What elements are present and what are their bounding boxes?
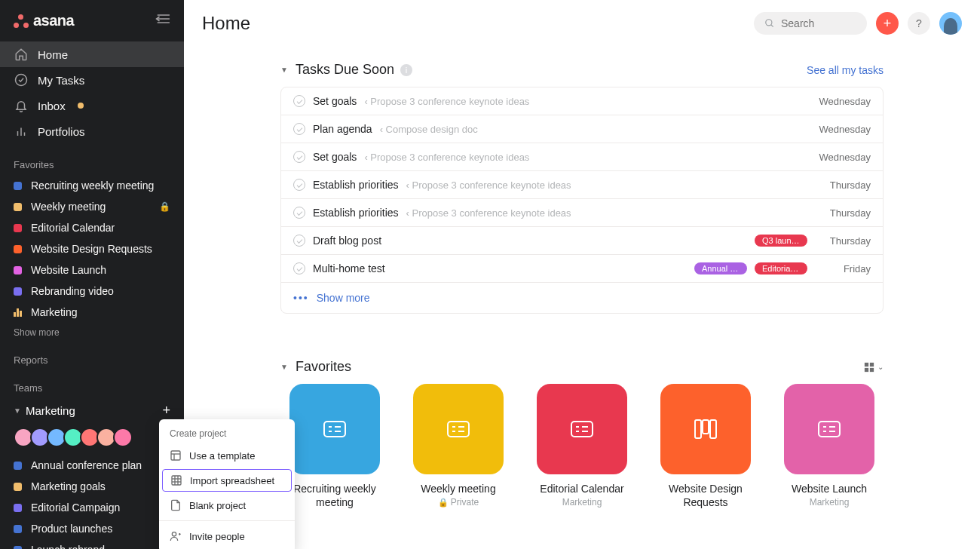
sidebar-item-website-launch[interactable]: Website Launch [0, 259, 184, 281]
sidebar-collapse-icon[interactable] [155, 13, 170, 29]
task-row[interactable]: Draft blog post Q3 launc… Thursday [281, 227, 883, 255]
favorite-card-website-launch[interactable]: Website Launch Marketing [775, 384, 884, 509]
nav-item-portfolios[interactable]: Portfolios [0, 118, 184, 144]
project-pill[interactable]: Q3 launc… [755, 235, 807, 247]
task-row[interactable]: Establish priorities Propose 3 conferenc… [281, 199, 883, 227]
menu-item-use-a-template[interactable]: Use a template [159, 443, 295, 468]
task-title: Plan agenda [313, 123, 372, 135]
sidebar-item-editorial-calendar[interactable]: Editorial Calendar [0, 217, 184, 238]
spreadsheet-icon [170, 474, 182, 486]
svg-point-7 [766, 20, 772, 26]
complete-checkbox[interactable] [293, 179, 305, 191]
task-row[interactable]: Establish priorities Propose 3 conferenc… [281, 171, 883, 199]
team-project-launch-rebrand[interactable]: Launch rebrand [0, 539, 184, 549]
caret-down-icon[interactable]: ▼ [280, 66, 288, 74]
sidebar-item-label: Editorial Campaign [31, 501, 120, 514]
svg-rect-30 [710, 420, 716, 438]
view-toggle[interactable]: ⌄ [864, 362, 884, 373]
task-due-date: Friday [815, 263, 871, 274]
project-pill[interactable]: Annual c… [694, 262, 747, 274]
sidebar-item-website-design-requests[interactable]: Website Design Requests [0, 238, 184, 259]
nav-item-my-tasks[interactable]: My Tasks [0, 67, 184, 93]
help-button[interactable]: ? [908, 12, 930, 35]
info-icon[interactable]: i [400, 64, 412, 76]
team-member-avatar[interactable] [113, 428, 133, 447]
complete-checkbox[interactable] [293, 235, 305, 247]
project-color-dot [14, 224, 22, 232]
project-color-dot [14, 483, 22, 491]
team-project-annual-conference-plan[interactable]: Annual conference plan [0, 455, 184, 476]
reports-heading[interactable]: Reports [0, 342, 184, 370]
task-row[interactable]: Multi-home test Annual c…Editorial … Fri… [281, 255, 883, 283]
omnibutton-add[interactable]: + [876, 12, 899, 35]
person-add-icon [170, 530, 182, 542]
nav-label: Portfolios [38, 125, 85, 138]
show-more-button[interactable]: Show more [317, 292, 370, 304]
favorite-card-editorial-calendar[interactable]: Editorial Calendar Marketing [528, 384, 636, 509]
add-team-project-button[interactable]: + [162, 403, 170, 419]
sidebar-item-label: Recruiting weekly meeting [31, 179, 154, 192]
project-color-dot [14, 525, 22, 533]
search-input[interactable] [781, 17, 849, 29]
menu-item-label: Invite people [189, 531, 245, 542]
menu-item-blank-project[interactable]: Blank project [159, 493, 295, 517]
nav-label: My Tasks [38, 74, 84, 87]
project-color-dot [14, 287, 22, 296]
team-avatars[interactable] [0, 423, 184, 455]
sidebar-item-rebranding-video[interactable]: Rebranding video [0, 281, 184, 302]
logo[interactable]: asana [14, 12, 74, 29]
svg-rect-39 [172, 476, 181, 485]
sidebar-item-weekly-meeting[interactable]: Weekly meeting🔒 [0, 196, 184, 217]
sidebar-item-recruiting-weekly-meeting[interactable]: Recruiting weekly meeting [0, 175, 184, 196]
search-box[interactable] [754, 12, 867, 35]
complete-checkbox[interactable] [293, 95, 305, 107]
template-icon [170, 449, 182, 462]
bars-icon [14, 124, 29, 138]
favorite-card-website-design-requests[interactable]: Website Design Requests [651, 384, 760, 509]
menu-item-invite-people[interactable]: Invite people [159, 524, 295, 548]
team-name: Marketing [26, 404, 163, 417]
complete-checkbox[interactable] [293, 151, 305, 163]
favorites-cards: Recruiting weekly meeting Weekly meeting… [280, 384, 884, 509]
menu-item-import-spreadsheet[interactable]: Import spreadsheet [162, 469, 292, 492]
task-row[interactable]: Set goals Propose 3 conference keynote i… [281, 87, 883, 115]
nav-label: Home [38, 48, 68, 61]
sidebar-item-marketing[interactable]: Marketing [0, 302, 184, 323]
task-title: Establish priorities [313, 207, 399, 219]
lock-icon: 🔒 [159, 201, 170, 212]
complete-checkbox[interactable] [293, 123, 305, 135]
task-row[interactable]: Plan agenda Compose design doc Wednesday [281, 115, 883, 143]
project-pill[interactable]: Editorial … [755, 262, 807, 274]
project-color-dot [14, 462, 22, 470]
team-toggle[interactable]: ▼ Marketing + [0, 398, 184, 423]
card-tile [289, 384, 380, 474]
team-project-product-launches[interactable]: Product launches [0, 518, 184, 539]
sidebar-item-label: Website Design Requests [31, 243, 152, 255]
complete-checkbox[interactable] [293, 262, 305, 274]
nav-item-inbox[interactable]: Inbox [0, 93, 184, 118]
task-parent: Propose 3 conference keynote ideas [364, 152, 529, 163]
nav-label: Inbox [38, 100, 66, 112]
team-project-editorial-campaign[interactable]: Editorial Campaign [0, 497, 184, 518]
more-icon[interactable]: ••• [293, 292, 309, 304]
project-color-dot [14, 245, 22, 253]
card-title: Weekly meeting [421, 482, 495, 495]
lock-icon: 🔒 [438, 498, 449, 507]
sidebar-item-label: Marketing goals [31, 480, 106, 492]
complete-checkbox[interactable] [293, 207, 305, 219]
teams-heading: Teams [0, 370, 184, 398]
favorite-card-recruiting-weekly-meeting[interactable]: Recruiting weekly meeting [280, 384, 389, 509]
svg-rect-10 [870, 362, 874, 366]
see-all-tasks-link[interactable]: See all my tasks [807, 64, 884, 76]
task-row[interactable]: Set goals Propose 3 conference keynote i… [281, 143, 883, 171]
user-avatar[interactable] [939, 12, 962, 35]
team-projects-list: Annual conference planMarketing goalsEdi… [0, 455, 184, 549]
favorite-card-weekly-meeting[interactable]: Weekly meeting 🔒Private [404, 384, 513, 509]
show-more-link[interactable]: Show more [0, 323, 184, 342]
team-project-marketing-goals[interactable]: Marketing goals [0, 476, 184, 497]
task-title: Multi-home test [313, 262, 385, 274]
menu-item-label: Blank project [189, 500, 246, 511]
caret-down-icon[interactable]: ▼ [280, 363, 288, 371]
nav-item-home[interactable]: Home [0, 41, 184, 67]
favorites-heading-main: Favorites [296, 359, 351, 375]
